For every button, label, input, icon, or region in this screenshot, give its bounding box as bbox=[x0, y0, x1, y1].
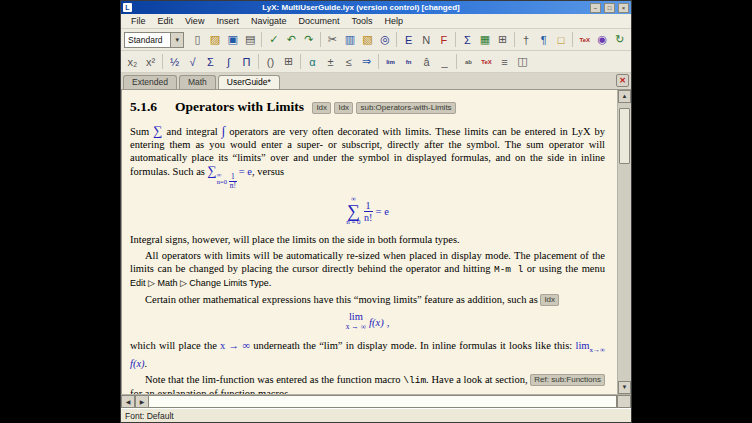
display-formula-lim[interactable]: limx → ∞ f(x), bbox=[130, 312, 605, 332]
vertical-scrollbar[interactable]: ▲ ▼ bbox=[617, 90, 631, 394]
tex-mode-icon[interactable]: TeX bbox=[478, 53, 495, 70]
index-inset[interactable]: Idx bbox=[334, 102, 353, 114]
menu-view[interactable]: View bbox=[179, 16, 210, 26]
main-toolbar: Standard ▾ ▯ ▨ ▣ ▤ ✓ ↶ ↷ ✂ ▥ ▧ ◎ E N F Σ… bbox=[121, 29, 631, 51]
inline-sum-symbol[interactable]: ∑ bbox=[153, 123, 162, 138]
titlebar[interactable]: L LyX: MultiUserGuide.lyx (version contr… bbox=[121, 1, 631, 14]
insert-note-icon[interactable]: □ bbox=[553, 31, 570, 48]
tab-math[interactable]: Math bbox=[179, 75, 216, 89]
inline-formula-sum[interactable]: ∑∞n=01n!= e bbox=[208, 166, 252, 177]
menu-navigate[interactable]: Navigate bbox=[245, 16, 293, 26]
display-formula-sum[interactable]: ∞∑n = 0 1n! = e bbox=[130, 196, 605, 226]
superscript-icon[interactable]: x² bbox=[142, 53, 159, 70]
vertical-scroll-track[interactable] bbox=[618, 103, 631, 381]
display-toggle-icon[interactable]: ◫ bbox=[514, 53, 531, 70]
insert-math-icon[interactable]: Σ bbox=[459, 31, 476, 48]
horizontal-scroll-track[interactable] bbox=[149, 395, 617, 408]
insert-integral-icon[interactable]: ∫ bbox=[220, 53, 237, 70]
functions-icon[interactable]: fn bbox=[400, 53, 417, 70]
keyboard-shortcut: M-m l bbox=[494, 264, 523, 275]
tex-source-icon[interactable]: TeX bbox=[576, 31, 593, 48]
document-tabbar: Extended Math UserGuide* ✕ bbox=[121, 73, 631, 90]
toolbar-separator bbox=[261, 32, 262, 47]
menu-file[interactable]: File bbox=[125, 16, 152, 26]
chevron-down-icon[interactable]: ▾ bbox=[170, 33, 183, 47]
section-number: 5.1.6 bbox=[130, 99, 157, 114]
cut-icon[interactable]: ✂ bbox=[324, 31, 341, 48]
toolbar-separator bbox=[258, 54, 259, 69]
insert-delimiters-icon[interactable]: () bbox=[262, 53, 279, 70]
toolbar-separator bbox=[572, 32, 573, 47]
scroll-down-icon[interactable]: ▼ bbox=[618, 381, 631, 394]
insert-graphics-icon[interactable]: ▦ bbox=[477, 31, 494, 48]
scroll-right-icon[interactable]: ▶ bbox=[135, 395, 149, 408]
noun-icon[interactable]: N bbox=[418, 31, 435, 48]
spellcheck-icon[interactable]: ✓ bbox=[265, 31, 282, 48]
math-panel-icon[interactable]: ≡ bbox=[496, 53, 513, 70]
tab-close-icon[interactable]: ✕ bbox=[616, 74, 629, 87]
label-inset[interactable]: sub:Operators-with-Limits bbox=[356, 102, 455, 114]
insert-sum-icon[interactable]: Σ bbox=[202, 53, 219, 70]
insert-fraction-icon[interactable]: ½ bbox=[166, 53, 183, 70]
view-output-icon[interactable]: ◉ bbox=[594, 31, 611, 48]
insert-limit-icon[interactable]: lim bbox=[382, 53, 399, 70]
cross-reference-inset[interactable]: Ref: sub:Functions bbox=[530, 374, 605, 386]
toolbar-separator bbox=[455, 32, 456, 47]
insert-margin-note-icon[interactable]: ¶ bbox=[535, 31, 552, 48]
horizontal-scrollbar: ◀ ▶ bbox=[121, 394, 631, 408]
menu-edit[interactable]: Edit bbox=[152, 16, 180, 26]
math-spacing-icon[interactable]: _ bbox=[436, 53, 453, 70]
undo-icon[interactable]: ↶ bbox=[283, 31, 300, 48]
tab-extended[interactable]: Extended bbox=[123, 75, 177, 89]
work-area: 5.1.6Operators with Limits Idx Idx sub:O… bbox=[121, 90, 631, 394]
menu-tools[interactable]: Tools bbox=[345, 16, 378, 26]
find-replace-icon[interactable]: ◎ bbox=[377, 31, 394, 48]
paragraph-style-value: Standard bbox=[125, 35, 170, 45]
window-title: LyX: MultiUserGuide.lyx (version control… bbox=[135, 3, 587, 12]
maximize-button[interactable]: □ bbox=[604, 3, 615, 13]
open-document-icon[interactable]: ▨ bbox=[207, 31, 224, 48]
update-output-icon[interactable]: ↻ bbox=[612, 31, 629, 48]
lyx-window: L LyX: MultiUserGuide.lyx (version contr… bbox=[120, 0, 632, 423]
print-document-icon[interactable]: ▤ bbox=[242, 31, 259, 48]
apply-font-icon[interactable]: F bbox=[436, 31, 453, 48]
redo-icon[interactable]: ↷ bbox=[301, 31, 318, 48]
emphasis-icon[interactable]: E bbox=[400, 31, 417, 48]
scroll-left-icon[interactable]: ◀ bbox=[121, 395, 135, 408]
relations-icon[interactable]: ≤ bbox=[340, 53, 357, 70]
index-inset[interactable]: Idx bbox=[312, 102, 331, 114]
insert-footnote-icon[interactable]: † bbox=[518, 31, 535, 48]
text-run: , versus bbox=[252, 166, 284, 177]
tab-userguide[interactable]: UserGuide* bbox=[218, 75, 280, 89]
insert-matrix-icon[interactable]: ⊞ bbox=[280, 53, 297, 70]
scroll-up-icon[interactable]: ▲ bbox=[618, 90, 631, 103]
text-in-math-icon[interactable]: ab bbox=[460, 53, 477, 70]
menu-insert[interactable]: Insert bbox=[210, 16, 245, 26]
inline-math-x-to-infinity[interactable]: x → ∞ bbox=[220, 340, 250, 351]
copy-icon[interactable]: ▥ bbox=[342, 31, 359, 48]
vertical-scroll-thumb[interactable] bbox=[619, 108, 630, 164]
toolbar-separator bbox=[396, 32, 397, 47]
insert-table-icon[interactable]: ⊞ bbox=[494, 31, 511, 48]
minimize-button[interactable]: − bbox=[590, 3, 601, 13]
paste-icon[interactable]: ▧ bbox=[359, 31, 376, 48]
save-document-icon[interactable]: ▣ bbox=[224, 31, 241, 48]
close-button[interactable]: × bbox=[618, 3, 629, 13]
menu-help[interactable]: Help bbox=[378, 16, 409, 26]
paragraph: All operators with limits will be automa… bbox=[130, 249, 605, 290]
document-canvas[interactable]: 5.1.6Operators with Limits Idx Idx sub:O… bbox=[122, 90, 617, 394]
greek-letters-icon[interactable]: α bbox=[304, 53, 321, 70]
insert-product-icon[interactable]: Π bbox=[238, 53, 255, 70]
insert-sqrt-icon[interactable]: √ bbox=[184, 53, 201, 70]
math-toolbar: x₂ x² ½ √ Σ ∫ Π () ⊞ α ± ≤ ⇒ lim fn â _ … bbox=[121, 51, 631, 73]
menu-document[interactable]: Document bbox=[292, 16, 345, 26]
decorations-icon[interactable]: â bbox=[418, 53, 435, 70]
index-inset[interactable]: Idx bbox=[540, 294, 559, 306]
toolbar-separator bbox=[514, 32, 515, 47]
arrows-icon[interactable]: ⇒ bbox=[358, 53, 375, 70]
new-document-icon[interactable]: ▯ bbox=[189, 31, 206, 48]
paragraph-style-combo[interactable]: Standard ▾ bbox=[124, 32, 184, 48]
toolbar-separator bbox=[378, 54, 379, 69]
binary-operators-icon[interactable]: ± bbox=[322, 53, 339, 70]
subscript-icon[interactable]: x₂ bbox=[124, 53, 141, 70]
